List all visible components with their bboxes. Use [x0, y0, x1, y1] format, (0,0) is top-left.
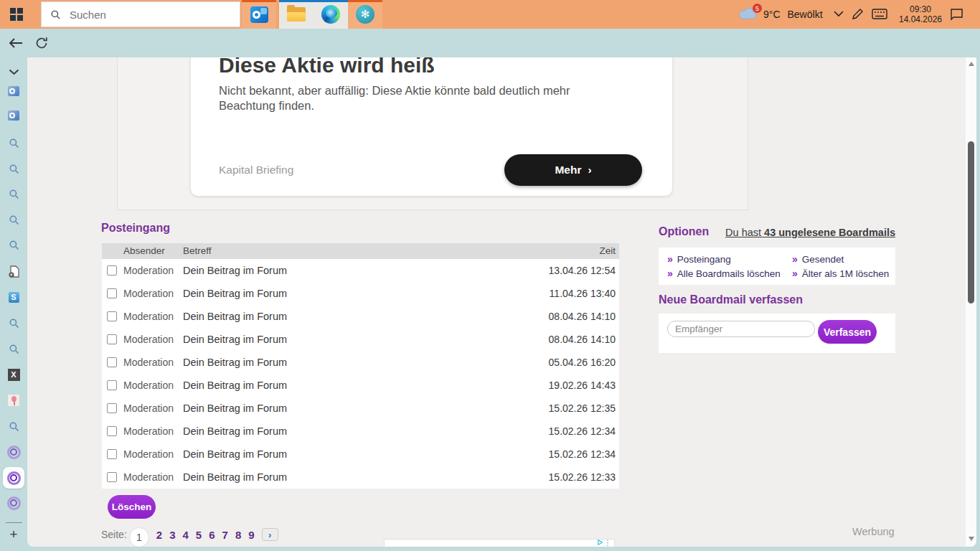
row-checkbox[interactable]	[107, 357, 117, 367]
tab-document[interactable]	[0, 264, 27, 280]
tab-search-2[interactable]	[0, 161, 27, 176]
compose-button[interactable]: Verfassen	[818, 320, 877, 344]
current-page-input[interactable]: 1	[129, 527, 149, 547]
windows-start-icon[interactable]	[10, 8, 23, 21]
col-time: Zeit	[599, 245, 616, 256]
scrollbar-thumb[interactable]	[968, 141, 974, 303]
option-gesendet[interactable]: »Gesendet	[792, 252, 895, 266]
page-link-2[interactable]: 2	[156, 529, 162, 541]
sidebar-divider	[6, 522, 22, 523]
table-row[interactable]: ModerationDein Beitrag im Forum08.04.26 …	[102, 305, 619, 328]
page-link-4[interactable]: 4	[183, 529, 189, 541]
page-link-8[interactable]: 8	[235, 529, 241, 541]
onvista-ring-icon	[7, 471, 21, 485]
table-row[interactable]: ModerationDein Beitrag im Forum15.02.26 …	[102, 443, 619, 466]
ad-title: Diese Aktie wird heiß	[219, 57, 435, 77]
option-aelter-loeschen[interactable]: »Älter als 1M löschen	[792, 266, 895, 281]
page-scrollbar[interactable]	[966, 57, 976, 547]
tab-search-5[interactable]	[0, 237, 27, 253]
back-icon[interactable]	[7, 34, 24, 52]
tab-s-site[interactable]: S	[0, 289, 27, 305]
next-page-button[interactable]: ›	[262, 528, 278, 541]
adchoices-icon[interactable]: ᐅ	[597, 540, 603, 547]
table-row[interactable]: ModerationDein Beitrag im Forum13.04.26 …	[102, 259, 619, 282]
tray-chevron-icon[interactable]	[834, 11, 844, 17]
tab-x-twitter[interactable]: X	[0, 367, 27, 382]
col-subject: Betreff	[183, 245, 212, 256]
pagination: Seite: 1 2 3 4 5 6 7 8 9 ›	[101, 524, 278, 545]
edge-vertical-tabs-sidebar: S X +	[0, 57, 27, 551]
tab-outlook-1[interactable]	[0, 83, 27, 99]
new-tab-button[interactable]: +	[0, 527, 27, 542]
refresh-icon[interactable]	[33, 34, 50, 52]
pen-icon[interactable]	[852, 8, 864, 21]
tab-outlook-2[interactable]	[0, 108, 27, 123]
ad-more-button[interactable]: Mehr ›	[504, 154, 642, 186]
page-label: Seite:	[101, 529, 127, 540]
tab-onvista-2[interactable]	[0, 495, 27, 511]
page-link-7[interactable]: 7	[222, 529, 228, 541]
row-checkbox[interactable]	[107, 472, 117, 482]
tab-search-4[interactable]	[0, 212, 27, 227]
double-arrow-icon: »	[667, 253, 673, 265]
tab-search-1[interactable]	[0, 135, 27, 151]
double-arrow-icon: »	[667, 268, 673, 279]
table-row[interactable]: ModerationDein Beitrag im Forum15.02.26 …	[102, 466, 619, 489]
table-row[interactable]: ModerationDein Beitrag im Forum05.04.26 …	[102, 351, 619, 374]
bottom-ad-frame: ᐅ ⋮	[384, 539, 615, 547]
page-link-3[interactable]: 3	[169, 529, 175, 541]
scroll-up-arrow-icon[interactable]	[969, 62, 974, 66]
tab-search-7[interactable]	[0, 341, 27, 357]
ad-options-dots-icon[interactable]: ⋮	[604, 539, 611, 547]
col-sender: Absender	[123, 245, 165, 256]
scroll-down-arrow-icon[interactable]	[969, 537, 974, 541]
row-checkbox[interactable]	[107, 449, 117, 459]
table-row[interactable]: ModerationDein Beitrag im Forum11.04.26 …	[102, 282, 619, 305]
tab-image[interactable]	[0, 392, 27, 408]
outlook-icon	[250, 6, 268, 23]
row-checkbox[interactable]	[107, 334, 117, 344]
tab-search-6[interactable]	[0, 315, 27, 331]
row-checkbox[interactable]	[107, 403, 117, 413]
row-checkbox[interactable]	[107, 311, 117, 321]
taskbar-search[interactable]	[41, 1, 240, 27]
row-checkbox[interactable]	[107, 426, 117, 436]
taskbar-outlook-button[interactable]	[242, 0, 276, 29]
keyboard-icon[interactable]	[872, 9, 887, 19]
page-link-6[interactable]: 6	[209, 529, 215, 541]
table-row[interactable]: ModerationDein Beitrag im Forum19.02.26 …	[102, 374, 619, 397]
page-link-5[interactable]: 5	[196, 529, 202, 541]
person-app-icon: ✻	[356, 5, 374, 24]
search-icon	[9, 240, 19, 250]
recipient-input[interactable]	[667, 321, 815, 337]
row-checkbox[interactable]	[107, 288, 117, 298]
row-checkbox[interactable]	[107, 265, 117, 276]
delete-button[interactable]: Löschen	[108, 495, 156, 519]
weather-cloud-icon[interactable]: 5	[738, 6, 759, 23]
table-row[interactable]: ModerationDein Beitrag im Forum08.04.26 …	[102, 328, 619, 351]
outlook-icon	[8, 86, 19, 96]
page-link-9[interactable]: 9	[248, 529, 254, 541]
tab-onvista-1[interactable]	[0, 444, 27, 460]
ad-card[interactable]: Diese Aktie wird heiß Nicht bekannt, abe…	[191, 57, 672, 196]
tab-onvista-active[interactable]	[0, 470, 27, 486]
unread-boardmails-link[interactable]: Du hast 43 ungelesene Boardmails	[725, 227, 895, 238]
taskbar-file-explorer-button[interactable]	[279, 0, 314, 29]
weather-text[interactable]: 9°CBewölkt	[763, 9, 823, 20]
onvista-ring-icon	[7, 496, 21, 510]
tab-search-8[interactable]	[0, 418, 27, 434]
search-icon	[50, 9, 61, 20]
collapse-sidebar-chevron-icon[interactable]	[0, 64, 27, 80]
taskbar-app-button[interactable]: ✻	[348, 0, 382, 29]
search-input[interactable]	[68, 8, 215, 22]
tab-search-3[interactable]	[0, 186, 27, 202]
notification-center-icon[interactable]	[950, 8, 963, 21]
option-posteingang[interactable]: »Posteingang	[667, 252, 792, 266]
ad-label: Werbung	[852, 526, 895, 537]
table-row[interactable]: ModerationDein Beitrag im Forum15.02.26 …	[102, 420, 619, 443]
taskbar-clock[interactable]: 09:3014.04.2026	[895, 4, 946, 24]
taskbar-edge-button[interactable]	[314, 0, 348, 29]
row-checkbox[interactable]	[107, 380, 117, 390]
table-row[interactable]: ModerationDein Beitrag im Forum15.02.26 …	[102, 397, 619, 420]
option-alle-loeschen[interactable]: »Alle Boardmails löschen	[667, 266, 792, 281]
